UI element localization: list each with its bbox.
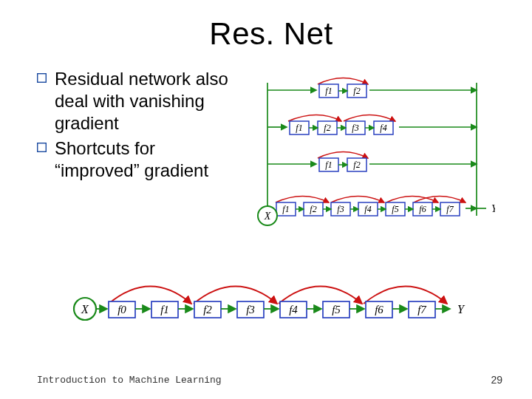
svg-text:f2: f2 xyxy=(353,86,360,96)
svg-text:f2: f2 xyxy=(310,204,316,214)
svg-text:f1: f1 xyxy=(160,304,169,316)
svg-text:X: X xyxy=(264,211,271,222)
svg-text:f5: f5 xyxy=(392,204,398,214)
svg-text:f4: f4 xyxy=(364,204,371,214)
bullet-item: Shortcuts for “improved” gradient xyxy=(37,137,244,182)
svg-text:f6: f6 xyxy=(419,204,426,214)
svg-text:f3: f3 xyxy=(352,123,358,133)
svg-text:f4: f4 xyxy=(380,123,386,133)
top-diagram: f1 f2 f1 f2 f3 f4 xyxy=(251,68,505,237)
svg-text:f0: f0 xyxy=(117,304,126,316)
bottom-diagram: X f0 f1 f2 f3 f4 f5 xyxy=(37,263,505,330)
bullet-item: Residual network also deal with vanishin… xyxy=(37,68,244,134)
svg-text:Y: Y xyxy=(491,203,495,214)
svg-text:f3: f3 xyxy=(246,304,255,316)
svg-text:f1: f1 xyxy=(325,160,332,170)
svg-rect-0 xyxy=(38,74,47,83)
svg-text:f1: f1 xyxy=(325,86,332,96)
svg-text:f5: f5 xyxy=(332,304,341,316)
square-bullet-icon xyxy=(37,73,50,134)
svg-rect-1 xyxy=(38,143,47,152)
page-number: 29 xyxy=(491,374,502,386)
square-bullet-icon xyxy=(37,143,50,182)
footer-text: Introduction to Machine Learning xyxy=(37,375,222,386)
svg-text:X: X xyxy=(81,303,89,316)
svg-text:Y: Y xyxy=(457,303,466,316)
svg-text:f7: f7 xyxy=(446,204,454,214)
svg-text:f2: f2 xyxy=(324,123,330,133)
resnet-chain-diagram: X f0 f1 f2 f3 f4 f5 xyxy=(64,263,478,330)
svg-text:f2: f2 xyxy=(353,160,360,170)
svg-text:f1: f1 xyxy=(282,204,289,214)
svg-text:f1: f1 xyxy=(296,123,302,133)
svg-text:f4: f4 xyxy=(289,304,298,316)
bullet-text: Shortcuts for “improved” gradient xyxy=(55,137,244,182)
bullet-text: Residual network also deal with vanishin… xyxy=(55,68,244,134)
svg-text:f2: f2 xyxy=(203,304,212,316)
resnet-stack-diagram: f1 f2 f1 f2 f3 f4 xyxy=(251,68,495,234)
slide-title: Res. Net xyxy=(37,16,505,52)
svg-text:f6: f6 xyxy=(375,304,383,316)
svg-text:f7: f7 xyxy=(417,304,427,316)
bullet-list: Residual network also deal with vanishin… xyxy=(37,68,244,237)
svg-text:f3: f3 xyxy=(337,204,344,214)
